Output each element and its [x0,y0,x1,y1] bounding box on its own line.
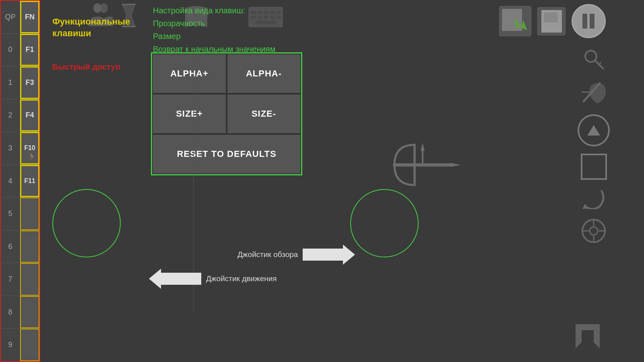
reset-defaults-button[interactable]: RESET TO DEFAULTS [152,134,301,174]
svg-marker-42 [149,269,201,289]
joystick-view-label: Джойстик обзора [237,250,298,259]
svg-marker-41 [303,245,355,265]
settings-text: Настройка вида клавиш: Прозрачность Разм… [153,4,275,56]
sidebar-fn-7 [20,263,39,296]
joystick-movement[interactable] [52,189,121,257]
control-button-grid: ALPHA+ ALPHA- SIZE+ SIZE- RESET TO DEFAU… [151,52,302,175]
rotate-icon[interactable] [582,187,606,211]
quick-access-label: Быстрый доступ [52,62,120,72]
svg-rect-22 [590,14,594,29]
left-sidebar: QP FN 0 F1 1 F3 2 F4 3 F10 🏃 4 F11 5 6 [0,0,40,362]
svg-point-1 [100,3,108,13]
alpha-plus-button[interactable]: ALPHA+ [152,53,227,94]
alpha-minus-button[interactable]: ALPHA- [227,53,301,94]
joystick-move-label: Джойстик движения [206,274,277,283]
sidebar-qp-1[interactable]: 1 [1,66,20,99]
svg-marker-28 [587,125,600,136]
sidebar-fn-f10[interactable]: F10 🏃 [20,132,39,165]
right-arrow [303,245,355,265]
save-load-icon-1[interactable] [499,6,531,36]
save-load-icon-2[interactable] [537,7,566,35]
svg-point-31 [590,227,598,235]
joystick-view-container: Джойстик обзора [237,245,355,265]
sidebar-qp-5[interactable]: 5 [1,197,20,230]
sidebar-qp-6[interactable]: 6 [1,230,20,263]
settings-title: Настройка вида клавиш: [153,4,275,17]
top-right-controls [499,4,606,38]
sidebar-qp-3[interactable]: 3 [1,132,20,165]
svg-rect-10 [277,11,281,14]
sidebar-fn-header: FN [20,1,39,33]
running-icon: 🏃 [27,152,36,161]
left-arrow [149,269,201,289]
joystick-view[interactable] [350,189,419,257]
key-icon[interactable] [583,48,605,72]
sidebar-qp-0[interactable]: 0 [1,34,20,66]
sidebar-qp-header: QP [1,1,20,33]
sidebar-fn-9 [20,329,39,361]
sword-shield-icon[interactable] [580,79,608,107]
svg-rect-15 [277,16,281,19]
sidebar-fn-8 [20,296,39,329]
sidebar-qp-8[interactable]: 8 [1,296,20,329]
pause-button[interactable] [572,4,606,38]
sidebar-fn-f4[interactable]: F4 [20,99,39,132]
settings-size: Размер [153,30,275,43]
svg-marker-43 [576,324,600,348]
sidebar-qp-7[interactable]: 7 [1,263,20,296]
size-minus-button[interactable]: SIZE- [227,94,301,134]
sidebar-fn-6 [20,230,39,263]
joystick-move-container: Джойстик движения [149,269,277,289]
compass-icon[interactable] [581,218,607,246]
sidebar-fn-f11[interactable]: F11 [20,165,39,197]
svg-rect-17 [502,9,522,31]
right-game-controls [578,48,610,246]
svg-point-23 [585,51,597,62]
size-plus-button[interactable]: SIZE+ [152,94,227,134]
sidebar-fn-5 [20,197,39,230]
svg-rect-20 [544,12,558,23]
sidebar-fn-f1[interactable]: F1 [20,34,39,66]
fn-keys-label: Функциональныеклавиши [52,16,130,39]
sidebar-qp-4[interactable]: 4 [1,165,20,197]
sidebar-fn-f3[interactable]: F3 [20,66,39,99]
svg-rect-21 [582,14,587,29]
up-arrow-circle[interactable] [578,114,610,146]
svg-marker-40 [421,143,425,151]
square-button[interactable] [581,154,607,180]
svg-marker-38 [451,163,461,167]
diagonal-arrow-icon [572,320,604,354]
settings-transparency: Прозрачность [153,17,275,30]
sidebar-qp-2[interactable]: 2 [1,99,20,132]
sidebar-qp-9[interactable]: 9 [1,329,20,361]
